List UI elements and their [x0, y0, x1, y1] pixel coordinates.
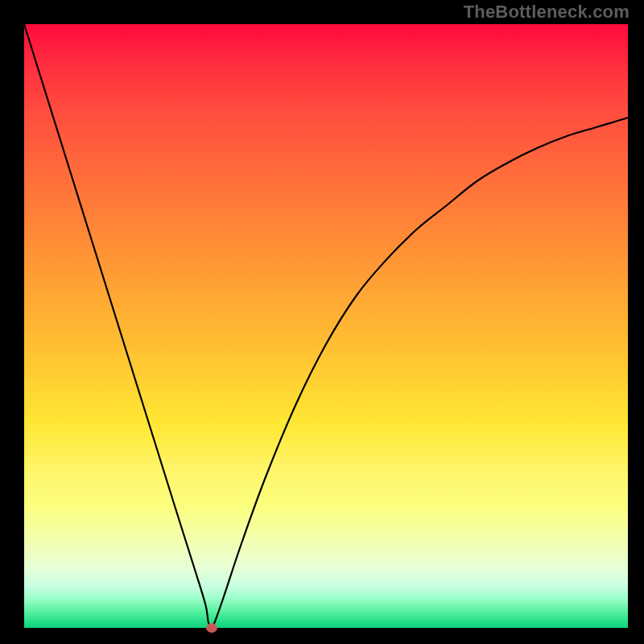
plot-area [24, 24, 628, 628]
watermark-text: TheBottleneck.com [464, 2, 630, 23]
chart-frame: TheBottleneck.com [0, 0, 644, 644]
bottleneck-curve [24, 24, 628, 628]
curve-path [24, 24, 628, 628]
minimum-marker [206, 623, 217, 633]
